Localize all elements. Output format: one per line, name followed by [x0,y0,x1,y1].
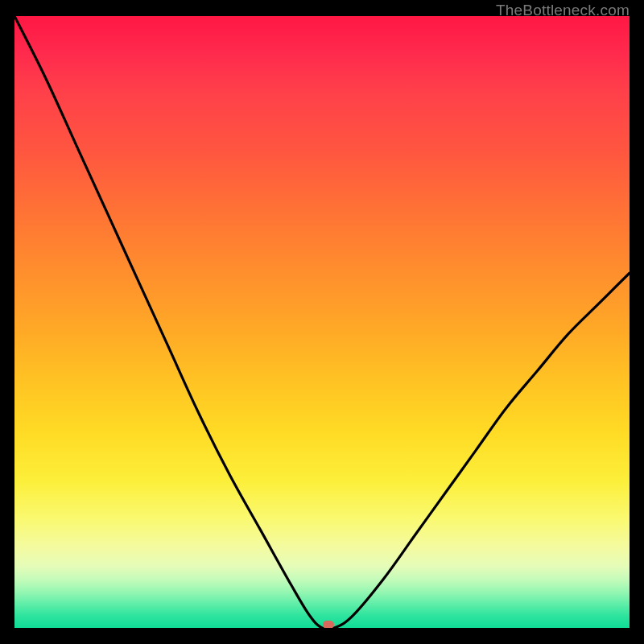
plot-area [14,16,630,628]
chart-stage: TheBottleneck.com [0,0,644,644]
minimum-marker [323,621,334,628]
bottleneck-curve [14,16,630,628]
